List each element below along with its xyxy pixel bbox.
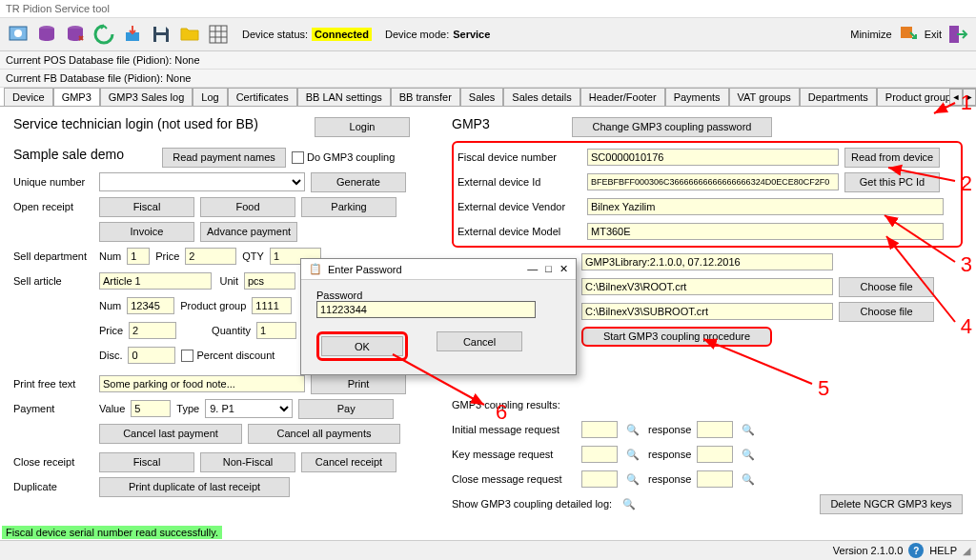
save-icon[interactable] <box>149 22 173 47</box>
exit-icon[interactable] <box>946 22 970 47</box>
init-req-input[interactable] <box>581 421 618 438</box>
password-input[interactable] <box>316 301 536 318</box>
help-icon[interactable]: ? <box>908 543 924 558</box>
key-label: Key message request <box>452 449 576 460</box>
magnify-icon[interactable]: 🔍 <box>623 420 642 439</box>
svg-rect-5 <box>156 27 166 32</box>
login-button[interactable]: Login <box>315 117 410 137</box>
open-icon[interactable] <box>177 22 202 47</box>
pgroup-input[interactable] <box>252 297 292 314</box>
read-device-button[interactable]: Read from device <box>844 148 940 168</box>
article-input[interactable] <box>99 272 212 290</box>
print-free-input[interactable] <box>99 375 305 392</box>
tab-gmp3-sales-log[interactable]: GMP3 Sales log <box>100 88 193 106</box>
magnify-icon[interactable]: 🔍 <box>623 445 642 464</box>
fiscal-button[interactable]: Fiscal <box>99 197 194 217</box>
tab-bb-transfer[interactable]: BB transfer <box>391 88 460 106</box>
ext-model-input[interactable] <box>587 223 944 240</box>
tab-header-footer[interactable]: Header/Footer <box>580 88 665 106</box>
tab-strip: Device GMP3 GMP3 Sales log Log Certifica… <box>0 88 976 107</box>
cancel-last-button[interactable]: Cancel last payment <box>99 424 242 444</box>
read-payment-button[interactable]: Read payment names <box>162 148 286 168</box>
version-bar: Version 2.1.0.0 ? HELP ◢ <box>0 540 976 560</box>
value-input[interactable] <box>131 400 171 417</box>
delete-keys-button[interactable]: Delete NGCR GMP3 keys <box>820 494 963 514</box>
ok-button[interactable]: OK <box>321 336 403 356</box>
start-proc-button[interactable]: Start GMP3 coupling procedure <box>581 327 772 347</box>
duplicate-button[interactable]: Print duplicate of last receipt <box>99 477 290 497</box>
tab-departments[interactable]: Departments <box>800 88 877 106</box>
tab-log[interactable]: Log <box>193 88 227 106</box>
tab-gmp3[interactable]: GMP3 <box>53 88 100 107</box>
choose-file-1-button[interactable]: Choose file <box>839 277 934 297</box>
lib-input[interactable] <box>581 253 833 270</box>
fb-db-line: Current FB Database file (Pidion): None <box>0 70 976 88</box>
percent-checkbox[interactable] <box>181 350 193 362</box>
modal-maximize-icon[interactable]: □ <box>545 263 552 275</box>
print-button[interactable]: Print <box>311 374 406 394</box>
key-resp-input[interactable] <box>697 446 733 463</box>
toolbar-icon-3[interactable] <box>63 22 88 47</box>
cancel-all-button[interactable]: Cancel all payments <box>248 424 400 444</box>
magnify-icon[interactable]: 🔍 <box>739 445 758 464</box>
price-input[interactable] <box>185 248 236 265</box>
toolbar-icon-2[interactable] <box>34 22 59 47</box>
key-req-input[interactable] <box>581 446 618 463</box>
response-label-2: response <box>648 449 691 460</box>
subroot-input[interactable] <box>581 303 833 320</box>
grid-icon[interactable] <box>206 22 231 47</box>
cancel-receipt-button[interactable]: Cancel receipt <box>301 452 396 472</box>
tab-sales-details[interactable]: Sales details <box>503 88 580 106</box>
tab-bb-lan[interactable]: BB LAN settings <box>297 88 391 106</box>
get-pc-button[interactable]: Get this PC Id <box>844 172 940 192</box>
close-req-input[interactable] <box>581 470 618 488</box>
ext-vendor-input[interactable] <box>587 198 944 215</box>
modal-close-icon[interactable]: ✕ <box>559 263 568 275</box>
generate-button[interactable]: Generate <box>311 172 406 192</box>
price2-input[interactable] <box>129 322 176 339</box>
toolbar-icon-5[interactable] <box>120 22 145 47</box>
toolbar-icon-1[interactable] <box>6 22 30 47</box>
unique-select[interactable] <box>99 172 305 191</box>
choose-file-2-button[interactable]: Choose file <box>839 302 934 322</box>
fiscal-dev-input[interactable] <box>587 149 839 166</box>
magnify-icon[interactable]: 🔍 <box>620 494 639 513</box>
tab-certificates[interactable]: Certificates <box>228 88 297 106</box>
resize-grip-icon[interactable]: ◢ <box>963 545 970 557</box>
invoice-button[interactable]: Invoice <box>99 222 194 242</box>
tab-device[interactable]: Device <box>4 88 53 106</box>
unit-input[interactable] <box>244 272 295 290</box>
unit-label: Unit <box>217 275 238 287</box>
ext-id-input[interactable] <box>587 173 839 190</box>
fiscal2-button[interactable]: Fiscal <box>99 452 194 472</box>
tab-payments[interactable]: Payments <box>665 88 729 106</box>
close-resp-input[interactable] <box>697 470 733 488</box>
tab-sales[interactable]: Sales <box>460 88 504 106</box>
num-input[interactable] <box>127 248 150 265</box>
toolbar-icon-4[interactable] <box>92 22 116 47</box>
magnify-icon[interactable]: 🔍 <box>623 470 642 489</box>
cancel-button[interactable]: Cancel <box>437 331 522 351</box>
window-title: TR Pidion Service tool <box>6 3 110 14</box>
type-select[interactable]: 9. P1 <box>205 399 293 418</box>
init-label: Initial message request <box>452 424 576 435</box>
do-gmp3-checkbox[interactable] <box>292 151 304 164</box>
init-resp-input[interactable] <box>697 421 733 438</box>
minimize-icon[interactable] <box>896 22 921 47</box>
root-input[interactable] <box>581 278 833 295</box>
tab-vat-groups[interactable]: VAT groups <box>729 88 800 106</box>
disc-input[interactable] <box>128 347 175 364</box>
modal-minimize-icon[interactable]: — <box>527 263 538 275</box>
quantity-input[interactable] <box>256 322 296 339</box>
magnify-icon[interactable]: 🔍 <box>739 420 758 439</box>
parking-button[interactable]: Parking <box>301 197 396 217</box>
pay-button[interactable]: Pay <box>298 399 394 419</box>
num2-input[interactable] <box>127 297 174 314</box>
nonfiscal-button[interactable]: Non-Fiscal <box>200 452 295 472</box>
advance-button[interactable]: Advance payment <box>200 222 297 242</box>
anno-1: 1 <box>961 90 972 115</box>
magnify-icon[interactable]: 🔍 <box>739 470 758 489</box>
help-label[interactable]: HELP <box>929 545 957 556</box>
food-button[interactable]: Food <box>200 197 295 217</box>
change-pwd-button[interactable]: Change GMP3 coupling password <box>572 117 772 137</box>
